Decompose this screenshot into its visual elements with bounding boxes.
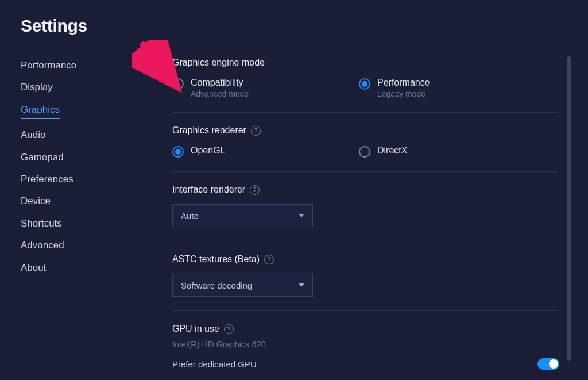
graphics-renderer-title-text: Graphics renderer: [172, 125, 246, 136]
vertical-divider: [138, 57, 138, 380]
engine-mode-options: Compatibility Advanced mode Performance …: [172, 77, 559, 98]
renderer-options: OpenGL DirectX: [172, 145, 559, 158]
sidebar-item-advanced[interactable]: Advanced: [21, 240, 118, 251]
dropdown-value: Auto: [181, 211, 199, 221]
scrollbar[interactable]: [567, 56, 571, 361]
help-icon[interactable]: ?: [264, 255, 274, 264]
astc-dropdown[interactable]: Software decoding: [172, 274, 313, 297]
gpu-detail: Intel(R) HD Graphics 620: [172, 340, 559, 349]
interface-renderer-dropdown[interactable]: Auto: [172, 204, 313, 227]
prefer-gpu-toggle[interactable]: [537, 358, 559, 370]
radio-label: DirectX: [377, 145, 407, 156]
radio-performance[interactable]: Performance Legacy mode: [359, 77, 546, 98]
radio-circle-icon: [172, 78, 184, 90]
section-astc: ASTC textures (Beta) ? Software decoding: [172, 254, 559, 311]
sidebar-item-audio[interactable]: Audio: [21, 129, 118, 141]
interface-renderer-title-text: Interface renderer: [172, 185, 245, 195]
graphics-renderer-title: Graphics renderer ?: [172, 125, 559, 136]
radio-label: Performance: [377, 77, 430, 88]
sidebar-item-gamepad[interactable]: Gamepad: [21, 152, 118, 163]
sidebar-item-graphics[interactable]: Graphics: [21, 104, 60, 119]
radio-circle-icon: [359, 146, 370, 158]
section-graphics-renderer: Graphics renderer ? OpenGL DirectX: [172, 125, 559, 172]
sidebar-item-preferences[interactable]: Preferences: [21, 174, 118, 185]
gpu-title: GPU in use ?: [172, 324, 559, 334]
radio-opengl[interactable]: OpenGL: [172, 145, 359, 158]
sidebar-item-performance[interactable]: Performance: [21, 60, 118, 71]
chevron-down-icon: [299, 283, 304, 287]
settings-content: Graphics engine mode Compatibility Advan…: [172, 57, 559, 380]
prefer-gpu-row: Prefer dedicated GPU: [172, 358, 559, 370]
help-icon[interactable]: ?: [251, 126, 261, 136]
engine-mode-title: Graphics engine mode: [172, 57, 559, 68]
astc-title-text: ASTC textures (Beta): [172, 254, 260, 264]
section-interface-renderer: Interface renderer ? Auto: [172, 185, 559, 241]
gpu-title-text: GPU in use: [172, 324, 219, 334]
settings-sidebar: Performance Display Graphics Audio Gamep…: [21, 60, 118, 274]
radio-compatibility[interactable]: Compatibility Advanced mode: [172, 77, 359, 98]
page-title: Settings: [21, 16, 87, 36]
radio-label: OpenGL: [191, 145, 225, 156]
help-icon[interactable]: ?: [250, 185, 260, 195]
engine-mode-title-text: Graphics engine mode: [172, 57, 265, 68]
interface-renderer-title: Interface renderer ?: [172, 185, 559, 195]
sidebar-item-about[interactable]: About: [21, 262, 118, 274]
astc-title: ASTC textures (Beta) ?: [172, 254, 559, 264]
radio-sublabel: Legacy mode: [377, 89, 430, 98]
radio-sublabel: Advanced mode: [191, 89, 249, 98]
radio-label: Compatibility: [191, 77, 249, 88]
help-icon[interactable]: ?: [224, 324, 234, 334]
dropdown-value: Software decoding: [181, 281, 252, 290]
radio-circle-icon: [172, 146, 184, 158]
chevron-down-icon: [299, 214, 304, 217]
radio-circle-icon: [359, 78, 370, 90]
section-engine-mode: Graphics engine mode Compatibility Advan…: [172, 57, 559, 113]
sidebar-item-device[interactable]: Device: [21, 195, 118, 207]
radio-directx[interactable]: DirectX: [359, 145, 546, 158]
prefer-gpu-label: Prefer dedicated GPU: [172, 359, 257, 369]
sidebar-item-display[interactable]: Display: [21, 82, 118, 93]
section-gpu: GPU in use ? Intel(R) HD Graphics 620 Pr…: [172, 324, 559, 370]
sidebar-item-shortcuts[interactable]: Shortcuts: [21, 218, 118, 229]
